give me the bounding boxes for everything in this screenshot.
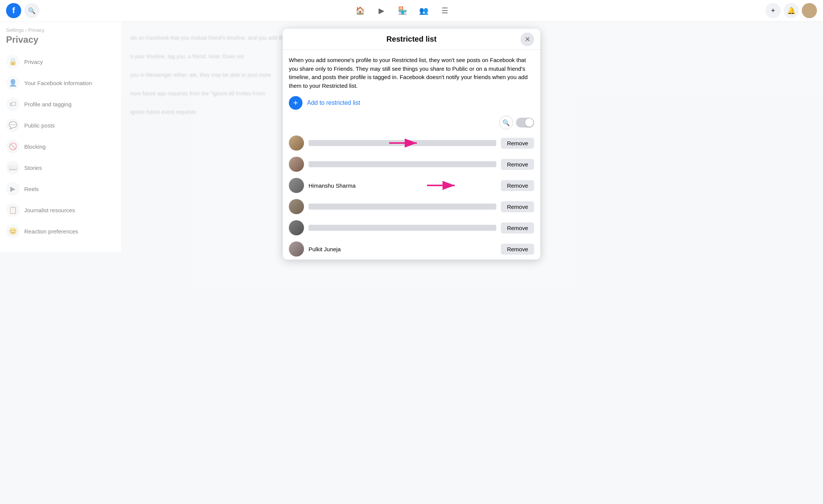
list-item: Pulkit Juneja Remove <box>289 238 412 252</box>
modal-backdrop: Restricted list ✕ When you add someone's… <box>0 21 412 252</box>
list-item: Remove <box>289 154 412 175</box>
modal-body: When you add someone's profile to your R… <box>283 50 412 252</box>
blurred-name <box>309 161 412 167</box>
avatar <box>289 157 304 172</box>
search-icon: 🔍 <box>28 7 36 14</box>
list-item: Remove <box>289 132 412 154</box>
list-item: Remove <box>289 217 412 238</box>
person-name: Pulkit Juneja <box>309 246 412 252</box>
top-navigation: f 🔍 🏠 ▶ 🏪 👥 ☰ + 🔔 <box>0 0 412 21</box>
video-icon: ▶ <box>379 6 384 15</box>
search-button[interactable]: 🔍 <box>24 3 39 18</box>
avatar <box>289 199 304 214</box>
home-icon: 🏠 <box>355 6 365 15</box>
add-restricted-label: Add to restricted list <box>307 100 360 106</box>
marketplace-nav-button[interactable]: 🏪 <box>393 2 412 20</box>
search-toggle-area: 🔍 <box>289 116 412 129</box>
modal-description: When you add someone's profile to your R… <box>289 56 412 90</box>
modal-title: Restricted list <box>387 35 412 44</box>
blurred-name <box>309 225 412 231</box>
arrow-indicator-1 <box>387 137 412 149</box>
avatar <box>289 135 304 151</box>
avatar <box>289 178 304 193</box>
person-name: Himanshu Sharma <box>309 182 412 189</box>
avatar <box>289 241 304 252</box>
add-circle-icon: + <box>289 96 302 110</box>
video-nav-button[interactable]: ▶ <box>372 2 390 20</box>
restricted-list-modal: Restricted list ✕ When you add someone's… <box>283 29 412 252</box>
avatar <box>289 220 304 235</box>
restricted-list: Remove Remove <box>289 132 412 252</box>
blurred-name <box>309 204 412 210</box>
nav-center-icons: 🏠 ▶ 🏪 👥 ☰ <box>39 2 412 20</box>
marketplace-icon: 🏪 <box>398 6 407 15</box>
list-item: Remove <box>289 196 412 217</box>
list-item: Himanshu Sharma Remove <box>289 175 412 196</box>
modal-header: Restricted list ✕ <box>283 29 412 50</box>
add-restricted-button[interactable]: + Add to restricted list <box>289 96 412 110</box>
home-nav-button[interactable]: 🏠 <box>351 2 369 20</box>
facebook-logo[interactable]: f <box>6 3 21 18</box>
